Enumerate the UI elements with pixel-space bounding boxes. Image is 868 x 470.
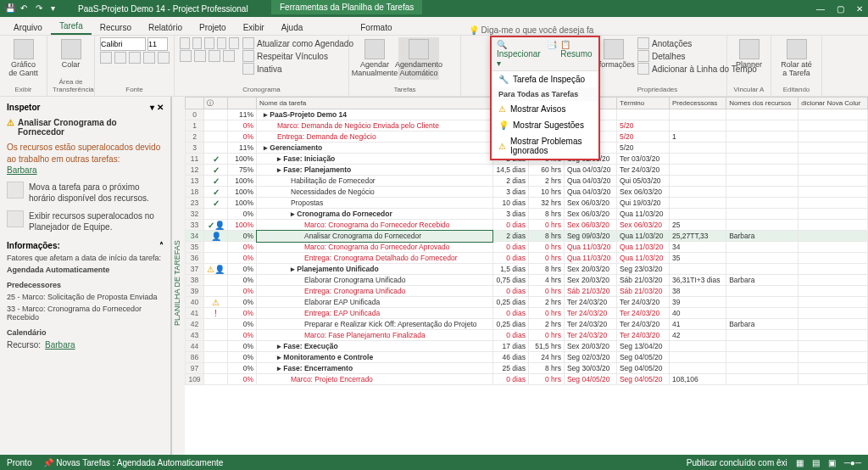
- close-button[interactable]: ✕: [856, 4, 863, 14]
- action-reschedule[interactable]: Mova a tarefa para o próximo horário dis…: [7, 178, 164, 207]
- status-new-tasks: 📌 Novas Tarefas : Agendada Automaticamen…: [43, 458, 223, 467]
- move-split[interactable]: 📑: [547, 40, 557, 68]
- calendar-resource-link[interactable]: Barbara: [45, 340, 75, 350]
- tab-arquivo[interactable]: Arquivo: [5, 20, 51, 35]
- view-shortcut-2[interactable]: ▤: [812, 458, 820, 467]
- tab-exibir[interactable]: Exibir: [235, 20, 273, 35]
- tab-ajuda[interactable]: Ajuda: [273, 20, 312, 35]
- paste-button[interactable]: Colar: [53, 37, 89, 71]
- links-icon: [242, 50, 254, 62]
- view-side-tab[interactable]: PLANILHA DE TAREFAS: [171, 97, 185, 470]
- table-row[interactable]: 430%Marco: Fase Planejamento Finalizada0…: [186, 330, 868, 341]
- zoom-slider[interactable]: ─●─: [844, 458, 861, 467]
- status-publish: Publicar concluído com êxi: [687, 458, 787, 467]
- col-indicator[interactable]: ⓘ: [204, 98, 228, 109]
- tab-tarefa[interactable]: Tarefa: [51, 18, 92, 35]
- unlink-button[interactable]: [223, 50, 235, 62]
- col-add[interactable]: dicionar Nova Colur: [798, 98, 868, 109]
- show-suggestions-item[interactable]: 💡Mostrar Sugestões: [492, 117, 598, 133]
- col-finish[interactable]: Término: [616, 98, 669, 109]
- table-row[interactable]: 1090%Marco: Projeto Encerrado0 dias0 hrs…: [186, 374, 868, 385]
- warning-icon: ⚠: [7, 118, 14, 137]
- outdent[interactable]: [180, 50, 192, 62]
- inspect-task-item[interactable]: 🔧Tarefa de Inspeção: [492, 71, 598, 87]
- table-row[interactable]: 40⚠0%Elaborar EAP Unificada0,25 dias2 hr…: [186, 297, 868, 308]
- col-res[interactable]: Nomes dos recursos: [726, 98, 798, 109]
- qat-redo-icon[interactable]: ↷: [36, 3, 46, 14]
- font-name[interactable]: [100, 37, 146, 51]
- table-row[interactable]: 970%▸ Fase: Encerramento25 dias8 hrsSeg …: [186, 363, 868, 374]
- update-scheduled[interactable]: Atualizar como Agendado: [242, 37, 353, 49]
- table-row[interactable]: 420%Preparar e Realizar Kick Off: Aprese…: [186, 319, 868, 330]
- table-row[interactable]: 350%Marco: Cronograma do Fornecedor Apro…: [186, 242, 868, 253]
- tab-recurso[interactable]: Recurso: [92, 20, 140, 35]
- summary-split[interactable]: 📋 Resumo: [560, 40, 593, 68]
- tab-projeto[interactable]: Projeto: [191, 20, 235, 35]
- resource-link[interactable]: Barbara: [7, 165, 37, 175]
- ribbon: Gráfico de Gantt Exibir Colar Área de Tr…: [0, 36, 868, 97]
- table-row[interactable]: 860%▸ Monitoramento e Controle46 dias24 …: [186, 352, 868, 363]
- workspace: Inspetor▾ ✕ ⚠Analisar Cronograma do Forn…: [0, 97, 868, 470]
- font-color-button[interactable]: [143, 52, 155, 64]
- minimize-button[interactable]: ―: [816, 4, 825, 14]
- table-row[interactable]: 33✓👤100%Marco: Cronograma do Fornecedor …: [186, 220, 868, 231]
- table-row[interactable]: 390%Entrega: Cronograma Unificado0 dias0…: [186, 286, 868, 297]
- qat-undo-icon[interactable]: ↶: [20, 3, 31, 14]
- inspect-dropdown: 🔍 Inspecionar ▾ 📑 📋 Resumo 🔧Tarefa de In…: [490, 36, 600, 160]
- scroll-to-task-button[interactable]: Rolar até a Tarefa: [776, 37, 816, 80]
- maximize-button[interactable]: ▢: [837, 4, 844, 14]
- pct50[interactable]: [204, 37, 214, 49]
- pct25[interactable]: [192, 37, 203, 49]
- tell-me[interactable]: 💡Diga-me o que você deseja fa: [469, 25, 594, 35]
- scroll-icon: [787, 39, 807, 59]
- status-ready: Pronto: [7, 458, 31, 467]
- table-row[interactable]: 18✓100%Necessidades de Negócio3 dias10 h…: [186, 187, 868, 198]
- table-row[interactable]: 12✓75%▸ Fase: Planejamento14,5 dias60 hr…: [186, 165, 868, 176]
- table-row[interactable]: 440%▸ Fase: Execução17 dias51,5 hrsSex 2…: [186, 341, 868, 352]
- show-ignored-item[interactable]: ⚠Mostrar Problemas Ignorados: [492, 133, 598, 159]
- indent[interactable]: [194, 50, 206, 62]
- collapse-icon[interactable]: ˄: [159, 241, 164, 250]
- table-row[interactable]: 360%Entrega: Cronograma Detalhado do For…: [186, 253, 868, 264]
- inspector-task-name: Analisar Cronograma do Fornecedor: [18, 118, 164, 137]
- table-row[interactable]: 41!0%Entrega: EAP Unificada0 dias0 hrsTe…: [186, 308, 868, 319]
- pct75[interactable]: [217, 37, 227, 49]
- italic-button[interactable]: [114, 52, 126, 64]
- planner-button[interactable]: Planner: [732, 37, 765, 71]
- manual-icon: [364, 39, 385, 59]
- bold-button[interactable]: [100, 52, 112, 64]
- inspector-close-icon[interactable]: ▾ ✕: [150, 103, 164, 112]
- schedule-auto-button[interactable]: Agendamento Automático: [398, 37, 439, 80]
- col-pct[interactable]: [228, 98, 257, 109]
- col-name[interactable]: Nome da tarefa: [257, 98, 493, 109]
- schedule-manual-button[interactable]: Agendar Manualmente: [354, 37, 395, 80]
- underline-button[interactable]: [129, 52, 141, 64]
- status-bar: Pronto 📌 Novas Tarefas : Agendada Automa…: [0, 455, 868, 470]
- gantt-chart-button[interactable]: Gráfico de Gantt: [5, 37, 42, 80]
- col-id[interactable]: [186, 98, 204, 109]
- pct100[interactable]: [229, 37, 239, 49]
- qat-save-icon[interactable]: 💾: [5, 3, 15, 14]
- link-button[interactable]: [209, 50, 220, 62]
- table-row[interactable]: 320%▸ Cronograma do Fornecedor3 dias8 hr…: [186, 209, 868, 220]
- tab-formato[interactable]: Formato: [352, 20, 400, 35]
- table-row[interactable]: 380%Elaborar Cronograma Unificado0,75 di…: [186, 275, 868, 286]
- font-size[interactable]: [147, 37, 168, 51]
- table-row[interactable]: 37⚠👤0%▸ Planejamento Unificado1,5 dias8 …: [186, 264, 868, 275]
- respect-links[interactable]: Respeitar Vínculos: [242, 50, 353, 62]
- inspect-split[interactable]: 🔍 Inspecionar ▾: [497, 40, 543, 68]
- table-row[interactable]: 23✓100%Propostas10 dias32 hrsSex 06/03/2…: [186, 198, 868, 209]
- col-pred[interactable]: Predecessoras: [669, 98, 726, 109]
- pct0[interactable]: [180, 37, 190, 49]
- inactive[interactable]: Inativa: [242, 63, 353, 75]
- fill-color-button[interactable]: [158, 52, 170, 64]
- qat-more-icon[interactable]: ▾: [51, 3, 61, 14]
- show-warnings-item[interactable]: ⚠Mostrar Avisos: [492, 101, 598, 117]
- view-shortcut-3[interactable]: ▣: [828, 458, 836, 467]
- view-shortcut-1[interactable]: ▦: [796, 458, 804, 467]
- table-row[interactable]: 13✓100%Habilitação de Fornecedor2 dias2 …: [186, 176, 868, 187]
- action-team-planner[interactable]: Exibir recursos superalocados no Planeja…: [7, 207, 164, 236]
- contextual-tab[interactable]: Ferramentas da Planilha de Tarefas: [271, 0, 422, 14]
- table-row[interactable]: 34👤0%Analisar Cronograma do Fornecedor2 …: [186, 231, 868, 242]
- tab-relatorio[interactable]: Relatório: [140, 20, 191, 35]
